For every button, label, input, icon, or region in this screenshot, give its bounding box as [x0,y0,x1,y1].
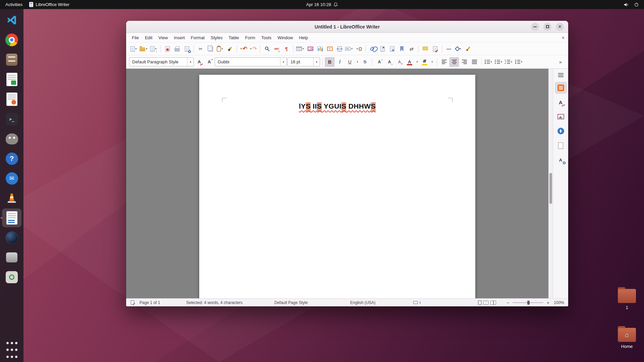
menu-help[interactable]: Help [296,34,311,42]
insert-field-button[interactable] [344,44,354,54]
new-document-button[interactable] [129,44,139,54]
close-document-button[interactable] [561,35,565,40]
menu-view[interactable]: View [155,34,171,42]
font-name-combo[interactable]: Gubbi [215,57,287,66]
redo-dropdown[interactable] [250,47,252,50]
dock-item-libreoffice-calc[interactable] [2,70,21,89]
title-bar[interactable]: Untitled 1 - LibreOffice Writer [126,21,568,33]
open-dropdown[interactable] [145,47,148,50]
dock-item-chrome[interactable] [2,31,21,49]
desktop-folder-1[interactable]: 1 [613,289,640,310]
dock-item-gimp[interactable] [2,129,21,148]
font-size-dropdown[interactable] [313,58,320,66]
bold-button[interactable] [325,57,334,67]
font-color-button[interactable] [405,57,414,67]
undo-button[interactable] [239,44,248,54]
insert-special-character-button[interactable] [354,44,364,54]
menu-file[interactable]: File [129,34,142,42]
sidebar-styles-button[interactable] [555,97,567,108]
minimize-button[interactable] [531,23,539,31]
dock-item-vlc[interactable] [2,189,21,207]
insert-page-break-button[interactable] [335,44,344,54]
ordered-list-button[interactable] [494,57,503,67]
status-page-count[interactable]: Page 1 of 1 [140,299,160,306]
justify-button[interactable] [470,57,479,67]
menu-edit[interactable]: Edit [142,34,155,42]
highlight-color-button[interactable] [420,57,429,67]
sidebar-navigator-button[interactable] [555,125,567,137]
undo-dropdown[interactable] [240,47,243,50]
multi-page-view-button[interactable] [483,301,488,305]
print-preview-button[interactable] [182,44,192,54]
dock-item-software-app[interactable] [2,268,21,287]
paragraph-style-combo[interactable]: Default Paragraph Style [129,57,194,66]
status-page-style[interactable]: Default Page Style [274,299,308,306]
dock-item-utility-app[interactable] [2,248,21,267]
zoom-slider-thumb[interactable] [527,301,530,305]
dock-item-libreoffice-writer[interactable] [2,208,21,227]
scrollbar-thumb[interactable] [549,173,552,204]
print-button[interactable] [172,44,182,54]
desktop-folder-home[interactable]: ⌂ Home [613,328,640,349]
status-doc-info-icon[interactable] [131,299,134,306]
dock-item-help[interactable]: ? [2,149,21,168]
font-name-dropdown[interactable] [280,58,286,66]
system-status-area[interactable] [624,2,644,7]
insert-cross-reference-button[interactable] [407,44,416,54]
align-center-button[interactable] [449,57,459,67]
export-pdf-button[interactable] [163,44,172,54]
dock-item-vscode[interactable] [2,11,21,29]
focused-app-menu[interactable]: LibreOffice Writer [29,2,69,7]
insert-chart-button[interactable] [315,44,325,54]
dock-item-libreoffice-impress[interactable] [2,90,21,109]
menu-format[interactable]: Format [188,34,208,42]
basic-shapes-button[interactable] [454,44,463,54]
insert-footnote-button[interactable] [378,44,387,54]
insert-image-button[interactable] [306,44,315,54]
zoom-in-button[interactable] [547,300,549,305]
highlight-color-dropdown[interactable] [430,57,434,67]
status-selection-info[interactable]: Selected: 4 words, 4 characters [186,299,243,306]
document-area[interactable]: lYS IIS YGUIS DHHWS [126,69,548,298]
menu-table[interactable]: Table [225,34,242,42]
close-button[interactable] [556,23,564,31]
sidebar-properties-button[interactable] [555,82,567,94]
track-changes-button[interactable] [430,44,440,54]
paste-button[interactable] [215,44,225,54]
open-button[interactable] [139,44,149,54]
font-color-dropdown[interactable] [415,57,419,67]
special-character-dropdown[interactable] [356,47,359,50]
zoom-slider[interactable] [513,302,543,303]
outline-list-button[interactable] [504,57,514,67]
unordered-list-button[interactable] [484,57,493,67]
spelling-button[interactable] [272,44,281,54]
subscript-button[interactable] [385,57,394,67]
menu-window[interactable]: Window [274,34,296,42]
line-spacing-dropdown[interactable] [520,60,523,63]
toolbar-overflow-button[interactable] [556,57,565,67]
save-button[interactable]: ↓ [149,44,158,54]
underline-button[interactable] [345,57,355,67]
menu-tools[interactable]: Tools [258,34,274,42]
underline-dropdown[interactable] [355,57,360,67]
line-spacing-button[interactable] [514,57,524,67]
menu-styles[interactable]: Styles [208,34,225,42]
vertical-scrollbar[interactable] [548,69,553,298]
menu-insert[interactable]: Insert [171,34,188,42]
activities-button[interactable]: Activities [5,2,22,7]
superscript-button[interactable] [375,57,384,67]
clock-button[interactable]: Apr 16 10:28 [306,2,338,7]
insert-table-button[interactable] [296,44,305,54]
formatting-marks-button[interactable] [282,44,291,54]
clone-formatting-button[interactable] [225,44,234,54]
insert-hyperlink-button[interactable] [368,44,377,54]
align-right-button[interactable] [460,57,469,67]
dock-item-terminal[interactable]: >_ [2,110,21,128]
update-style-button[interactable] [195,57,204,67]
insert-endnote-button[interactable] [387,44,397,54]
paragraph-style-dropdown[interactable] [187,58,194,66]
dock-item-thunderbird[interactable]: ✉ [2,169,21,188]
sidebar-gallery-button[interactable] [555,111,567,122]
cut-button[interactable] [196,44,205,54]
outline-list-dropdown[interactable] [510,60,513,63]
